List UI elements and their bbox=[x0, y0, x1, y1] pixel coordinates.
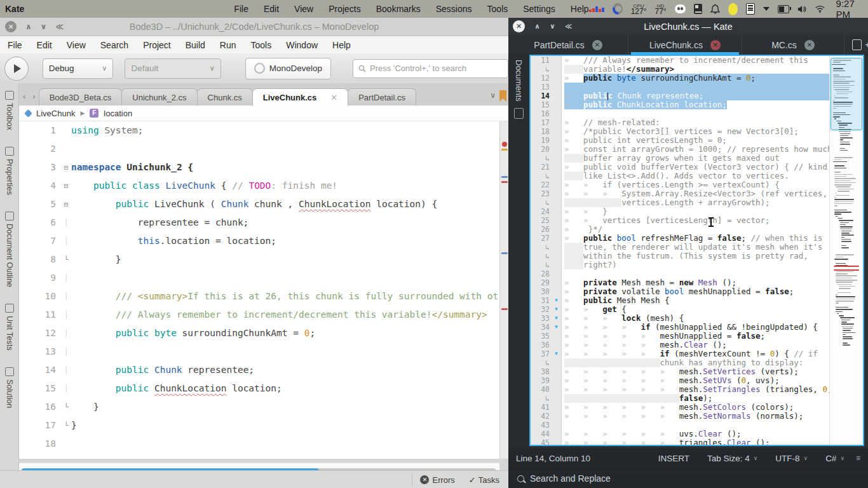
battery-icon[interactable] bbox=[778, 5, 789, 13]
close-tab-modified-icon[interactable]: ✕ bbox=[710, 40, 721, 50]
line-number[interactable]: 18 bbox=[19, 435, 61, 453]
fold-marker-icon[interactable]: ▼ bbox=[552, 296, 560, 305]
error-stripe-mark[interactable] bbox=[502, 142, 507, 147]
kate-editor-view[interactable]: 11↳121314151617181920↳21↳2223↳24252627↳↳… bbox=[529, 55, 864, 446]
clipboard-icon[interactable] bbox=[746, 3, 755, 15]
md-menu-file[interactable]: File bbox=[8, 40, 22, 50]
line-number[interactable]: 10 bbox=[19, 287, 61, 306]
minimize-button[interactable]: ∧ bbox=[25, 22, 32, 31]
dock-item-toolbox[interactable]: Toolbox bbox=[5, 91, 14, 130]
md-menu-help[interactable]: Help bbox=[332, 40, 351, 50]
breadcrumb-member[interactable]: location bbox=[104, 109, 132, 118]
line-number[interactable]: 3 bbox=[19, 158, 61, 177]
error-stripe-mark[interactable] bbox=[501, 308, 508, 310]
md-menu-view[interactable]: View bbox=[67, 40, 86, 50]
md-menu-project[interactable]: Project bbox=[143, 40, 171, 50]
yellow-status-icon[interactable] bbox=[728, 3, 738, 15]
fold-marker-icon[interactable]: ⊟ bbox=[61, 177, 71, 195]
line-number[interactable]: 4 bbox=[19, 177, 61, 195]
md-tab-PartDetail.cs[interactable]: PartDetail.cs bbox=[348, 88, 416, 105]
tab-overflow-chevron-icon[interactable]: ∨ bbox=[490, 91, 496, 100]
maximize-button[interactable]: ∨ bbox=[550, 22, 555, 30]
kate-tab-LiveChunk.cs[interactable]: LiveChunk.cs✕ bbox=[628, 35, 742, 55]
close-tab-icon[interactable]: ✕ bbox=[592, 40, 602, 50]
panel-menu-tools[interactable]: Tools bbox=[487, 4, 508, 14]
line-number[interactable]: 16 bbox=[19, 398, 61, 416]
errors-button[interactable]: ✕ Errors bbox=[420, 475, 454, 485]
global-search-input[interactable]: Press 'Control+,' to search bbox=[353, 59, 508, 78]
panel-menu-bookmarks[interactable]: Bookmarks bbox=[376, 4, 421, 14]
panel-menu-help[interactable]: Help bbox=[571, 4, 589, 14]
close-window-button[interactable]: ✕ bbox=[5, 21, 17, 32]
kate-code-area[interactable]: » /// Always remember to increment/decre… bbox=[562, 56, 829, 445]
notification-bell-icon[interactable] bbox=[710, 3, 720, 15]
line-number[interactable]: 9 bbox=[19, 269, 61, 287]
tray-expand-caret-icon[interactable] bbox=[763, 7, 770, 11]
line-number[interactable]: 2 bbox=[19, 140, 61, 158]
panel-menu-file[interactable]: File bbox=[234, 4, 248, 14]
line-number[interactable]: 8 bbox=[19, 250, 61, 269]
close-window-button[interactable]: ✕ bbox=[513, 20, 525, 32]
new-document-icon[interactable] bbox=[514, 108, 524, 119]
panel-menu-edit[interactable]: Edit bbox=[264, 4, 279, 14]
dock-item-solution[interactable]: Solution bbox=[5, 367, 14, 408]
bookmark-flag-icon[interactable] bbox=[499, 90, 506, 102]
input-mode[interactable]: INSERT bbox=[658, 454, 689, 463]
md-menu-build[interactable]: Build bbox=[186, 40, 205, 50]
monodevelop-code-editor[interactable]: 1using System;23⊟namespace Unichunk_2 {4… bbox=[19, 121, 499, 459]
md-tab-Unichunk_2.cs[interactable]: Unichunk_2.cs bbox=[121, 88, 197, 105]
error-stripe-scrollbar[interactable] bbox=[499, 121, 509, 459]
kate-titlebar[interactable]: LiveChunk.cs — Kate ✕ ∧ ∨ ≪ bbox=[508, 18, 868, 35]
error-stripe-mark[interactable] bbox=[501, 181, 508, 183]
more-documents-button[interactable]: +3 bbox=[852, 39, 868, 50]
tasks-button[interactable]: ✓ Tasks bbox=[469, 475, 499, 485]
tab-forward-icon[interactable]: › bbox=[32, 92, 35, 101]
line-number[interactable]: 13 bbox=[19, 342, 61, 361]
fold-marker-icon[interactable]: ▼ bbox=[552, 314, 560, 323]
cpu-gauge-icon[interactable] bbox=[613, 3, 623, 15]
md-tab-Bode3D_Beta.cs[interactable]: Bode3D_Beta.cs bbox=[39, 88, 123, 105]
error-stripe-mark[interactable] bbox=[501, 176, 508, 178]
minimap-viewport[interactable] bbox=[831, 58, 862, 130]
close-tab-icon[interactable]: ✕ bbox=[804, 40, 815, 50]
menu-lines-icon[interactable]: ≡ bbox=[856, 455, 860, 461]
fold-marker-icon[interactable]: ▼ bbox=[552, 349, 560, 358]
kate-tab-PartDetail.cs[interactable]: PartDetail.cs✕ bbox=[508, 35, 628, 55]
monodevelop-titlebar[interactable]: Bode3D – ../Unichunk_2/Code/LiveChunk.cs… bbox=[0, 18, 508, 36]
discord-icon[interactable] bbox=[675, 4, 686, 13]
dock-item-document-outline[interactable]: Document Outline bbox=[5, 212, 14, 287]
panel-menu-projects[interactable]: Projects bbox=[329, 4, 361, 14]
fold-marker-icon[interactable]: ⊟ bbox=[61, 195, 71, 214]
encoding-dropdown[interactable]: UTF-8∨ bbox=[775, 454, 808, 463]
keep-above-button[interactable]: ≪ bbox=[56, 22, 64, 31]
kate-tab-MC.cs[interactable]: MC.cs✕ bbox=[742, 35, 844, 55]
maximize-button[interactable]: ∨ bbox=[41, 22, 47, 31]
line-number[interactable]: 1 bbox=[19, 121, 61, 140]
volume-icon[interactable] bbox=[797, 4, 806, 14]
dock-item-unit-tests[interactable]: Unit Tests bbox=[5, 304, 14, 351]
run-button[interactable] bbox=[4, 57, 29, 81]
device-dropdown[interactable]: Default∨ bbox=[125, 58, 220, 79]
line-number[interactable]: 6 bbox=[19, 214, 61, 232]
language-dropdown[interactable]: C#∨ bbox=[825, 454, 844, 463]
tab-back-icon[interactable]: ‹ bbox=[23, 92, 25, 101]
cursor-position[interactable]: Line 14, Column 10 bbox=[516, 454, 590, 463]
md-menu-run[interactable]: Run bbox=[220, 40, 236, 50]
close-tab-icon[interactable]: ✕ bbox=[330, 93, 337, 102]
md-menu-search[interactable]: Search bbox=[100, 40, 128, 50]
status-area-button[interactable]: MonoDevelop bbox=[245, 58, 331, 79]
panel-menu-sessions[interactable]: Sessions bbox=[436, 4, 472, 14]
line-number[interactable]: 17 bbox=[19, 416, 61, 435]
line-number[interactable]: 7 bbox=[19, 232, 61, 250]
md-tab-Chunk.cs[interactable]: Chunk.cs bbox=[197, 88, 253, 105]
minimize-button[interactable]: ∧ bbox=[534, 22, 540, 30]
error-stripe-mark[interactable] bbox=[501, 252, 508, 254]
line-number[interactable]: 5 bbox=[19, 195, 61, 214]
line-number[interactable]: 12 bbox=[19, 324, 61, 342]
system-monitor-bars-icon[interactable] bbox=[589, 6, 604, 12]
panel-menu-settings[interactable]: Settings bbox=[523, 4, 555, 14]
harddisk-icon[interactable] bbox=[694, 4, 702, 14]
fold-marker-icon[interactable]: ⊟ bbox=[61, 158, 71, 177]
minimap-scrollbar[interactable] bbox=[829, 56, 863, 445]
line-number[interactable]: 11 bbox=[19, 306, 61, 324]
